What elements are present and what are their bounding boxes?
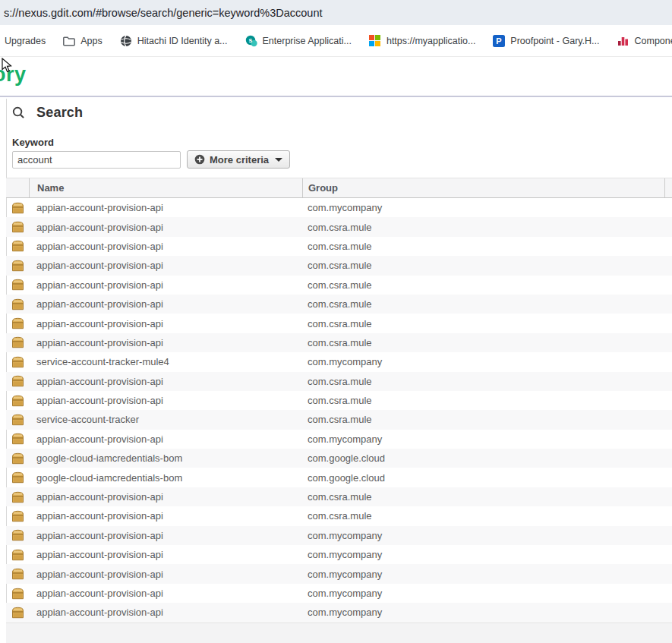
table-row[interactable]: appian-account-provision-apicom.mycompan…: [6, 584, 672, 603]
table-row[interactable]: service-account-trackercom.csra.mule: [6, 410, 672, 429]
url-text[interactable]: s://nexus.gdit.com/#browse/search/generi…: [4, 7, 323, 19]
table-row[interactable]: appian-account-provision-apicom.mycompan…: [6, 603, 672, 622]
cell-name[interactable]: appian-account-provision-api: [29, 372, 302, 391]
table-row[interactable]: appian-account-provision-apicom.csra.mul…: [6, 487, 672, 506]
group-column-header[interactable]: Group: [302, 178, 664, 197]
cell-name[interactable]: appian-account-provision-api: [29, 217, 302, 236]
cell-group[interactable]: com.google.cloud: [302, 449, 664, 468]
folder-icon: [63, 35, 75, 47]
cell-group[interactable]: com.csra.mule: [302, 276, 664, 295]
bookmark-upgrades[interactable]: Upgrades: [5, 36, 46, 46]
cell-spacer: [664, 314, 672, 333]
table-row[interactable]: appian-account-provision-apicom.mycompan…: [6, 564, 672, 583]
cell-group[interactable]: com.csra.mule: [302, 256, 664, 275]
cell-group[interactable]: com.csra.mule: [302, 295, 664, 314]
bookmark-label: Apps: [80, 36, 103, 46]
keyword-input[interactable]: [12, 151, 181, 169]
package-icon: [6, 506, 29, 525]
plus-circle-icon: [194, 154, 205, 165]
cell-group[interactable]: com.mycompany: [302, 603, 664, 622]
cell-group[interactable]: com.csra.mule: [302, 217, 664, 236]
cell-group[interactable]: com.csra.mule: [302, 487, 664, 506]
svg-text:P: P: [497, 36, 502, 46]
table-row[interactable]: appian-account-provision-apicom.mycompan…: [6, 545, 672, 564]
cell-name[interactable]: appian-account-provision-api: [29, 430, 302, 449]
table-row[interactable]: appian-account-provision-apicom.csra.mul…: [6, 333, 672, 352]
table-row[interactable]: appian-account-provision-apicom.csra.mul…: [6, 256, 672, 275]
bookmark-enterprise-applicati[interactable]: sEnterprise Applicati...: [245, 35, 352, 47]
cell-name[interactable]: appian-account-provision-api: [29, 256, 302, 275]
cell-group[interactable]: com.csra.mule: [302, 237, 664, 256]
table-row[interactable]: appian-account-provision-apicom.csra.mul…: [6, 276, 672, 295]
search-results-table: Name Group appian-account-provision-apic…: [6, 178, 672, 623]
bookmark-https-myapplicatio[interactable]: https://myapplicatio...: [369, 35, 475, 47]
globe-icon: [120, 35, 132, 47]
table-row[interactable]: appian-account-provision-apicom.csra.mul…: [6, 391, 672, 410]
cell-name[interactable]: appian-account-provision-api: [29, 314, 302, 333]
table-row[interactable]: appian-account-provision-apicom.csra.mul…: [6, 217, 672, 236]
cell-group[interactable]: com.google.cloud: [302, 468, 664, 487]
cell-group[interactable]: com.csra.mule: [302, 314, 664, 333]
cell-group[interactable]: com.csra.mule: [302, 372, 664, 391]
cell-group[interactable]: com.mycompany: [302, 584, 664, 603]
table-row[interactable]: appian-account-provision-apicom.csra.mul…: [6, 295, 672, 314]
table-row[interactable]: appian-account-provision-apicom.csra.mul…: [6, 372, 672, 391]
package-icon: [6, 237, 29, 256]
cell-name[interactable]: appian-account-provision-api: [29, 295, 302, 314]
cell-name[interactable]: appian-account-provision-api: [29, 333, 302, 352]
cell-name[interactable]: appian-account-provision-api: [29, 584, 302, 603]
cell-group[interactable]: com.mycompany: [302, 526, 664, 545]
cell-name[interactable]: appian-account-provision-api: [29, 237, 302, 256]
cell-group[interactable]: com.mycompany: [302, 564, 664, 583]
more-criteria-button[interactable]: More criteria: [187, 150, 290, 169]
package-icon: [6, 217, 29, 236]
cell-group[interactable]: com.mycompany: [302, 430, 664, 449]
bookmark-label: Upgrades: [5, 36, 46, 46]
browser-url-bar[interactable]: s://nexus.gdit.com/#browse/search/generi…: [0, 0, 672, 25]
table-row[interactable]: appian-account-provision-apicom.mycompan…: [6, 526, 672, 545]
search-header: Search: [12, 105, 83, 121]
cell-name[interactable]: service-account-tracker-mule4: [29, 352, 302, 371]
bookmark-proofpoint-gary-h[interactable]: PProofpoint - Gary.H...: [493, 35, 599, 47]
name-column-header[interactable]: Name: [29, 178, 302, 197]
cell-name[interactable]: appian-account-provision-api: [29, 603, 302, 622]
cell-group[interactable]: com.mycompany: [302, 198, 664, 217]
cell-group[interactable]: com.csra.mule: [302, 410, 664, 429]
page-title: Search: [36, 105, 83, 121]
cell-name[interactable]: google-cloud-iamcredentials-bom: [29, 449, 302, 468]
cell-name[interactable]: appian-account-provision-api: [29, 391, 302, 410]
keyword-label: Keyword: [12, 137, 54, 148]
cell-name[interactable]: appian-account-provision-api: [29, 526, 302, 545]
cell-name[interactable]: appian-account-provision-api: [29, 487, 302, 506]
bookmark-label: Hitachi ID Identity a...: [137, 36, 228, 46]
package-icon: [6, 564, 29, 583]
cell-name[interactable]: service-account-tracker: [29, 410, 302, 429]
table-row[interactable]: google-cloud-iamcredentials-bomcom.googl…: [6, 449, 672, 468]
table-row[interactable]: service-account-tracker-mule4com.mycompa…: [6, 352, 672, 371]
cell-group[interactable]: com.csra.mule: [302, 333, 664, 352]
bookmark-apps[interactable]: Apps: [63, 35, 103, 47]
cell-group[interactable]: com.csra.mule: [302, 391, 664, 410]
search-icon: [12, 106, 25, 119]
bookmark-hitachi-id-identity-a[interactable]: Hitachi ID Identity a...: [120, 35, 228, 47]
table-row[interactable]: appian-account-provision-apicom.csra.mul…: [6, 237, 672, 256]
cell-name[interactable]: appian-account-provision-api: [29, 276, 302, 295]
cell-name[interactable]: appian-account-provision-api: [29, 198, 302, 217]
package-icon: [6, 584, 29, 603]
cell-name[interactable]: appian-account-provision-api: [29, 545, 302, 564]
cell-spacer: [664, 564, 672, 583]
cell-group[interactable]: com.mycompany: [302, 545, 664, 564]
package-icon: [6, 333, 29, 352]
table-row[interactable]: appian-account-provision-apicom.csra.mul…: [6, 506, 672, 525]
cell-group[interactable]: com.mycompany: [302, 352, 664, 371]
table-row[interactable]: appian-account-provision-apicom.csra.mul…: [6, 314, 672, 333]
cell-spacer: [664, 276, 672, 295]
cell-name[interactable]: appian-account-provision-api: [29, 506, 302, 525]
bookmark-components-and-la[interactable]: Components and La: [617, 35, 672, 47]
cell-name[interactable]: google-cloud-iamcredentials-bom: [29, 468, 302, 487]
table-row[interactable]: google-cloud-iamcredentials-bomcom.googl…: [6, 468, 672, 487]
table-row[interactable]: appian-account-provision-apicom.mycompan…: [6, 198, 672, 217]
table-row[interactable]: appian-account-provision-apicom.mycompan…: [6, 430, 672, 449]
cell-group[interactable]: com.csra.mule: [302, 506, 664, 525]
cell-name[interactable]: appian-account-provision-api: [29, 564, 302, 583]
